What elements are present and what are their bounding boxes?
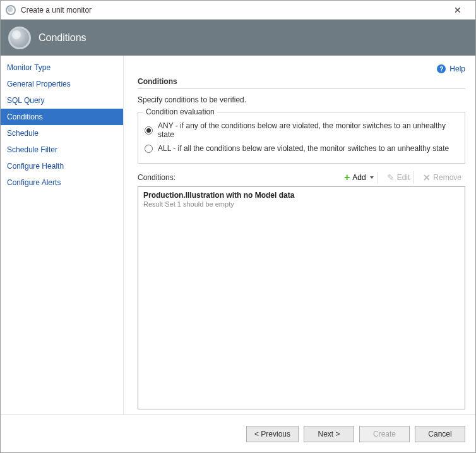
wizard-footer: < Previous Next > Create Cancel [1,414,475,452]
radio-any[interactable] [145,126,153,135]
edit-button[interactable]: ✎ Edit [383,171,415,184]
window-title: Create a unit monitor [21,6,445,15]
sidebar-item[interactable]: Configure Health [1,158,123,174]
radio-any-row[interactable]: ANY - if any of the conditions below are… [145,119,458,142]
radio-all-label: ALL - if all the conditions below are vi… [158,144,449,153]
help-row: ? Help [138,64,465,73]
list-item[interactable]: Production.Illustration with no Model da… [143,191,460,208]
content-panel: ? Help Conditions Specify conditions to … [124,56,475,414]
banner-title: Conditions [39,32,86,44]
sidebar-item[interactable]: Schedule [1,125,123,142]
banner: Conditions [1,20,475,56]
close-button[interactable]: ✕ [445,1,470,19]
radio-all-row[interactable]: ALL - if all the conditions below are vi… [145,142,458,155]
create-button[interactable]: Create [359,426,410,442]
app-icon [6,5,16,15]
sidebar-item[interactable]: Schedule Filter [1,142,123,158]
condition-evaluation-group: Condition evaluation ANY - if any of the… [138,112,465,164]
remove-icon: ✕ [423,172,431,183]
sidebar-item[interactable]: SQL Query [1,92,123,109]
radio-any-label: ANY - if any of the conditions below are… [158,121,458,139]
add-icon: + [344,174,350,181]
wizard-sidebar: Monitor TypeGeneral PropertiesSQL QueryC… [1,56,124,414]
remove-label: Remove [433,173,461,182]
sidebar-item[interactable]: Monitor Type [1,59,123,76]
condition-title: Production.Illustration with no Model da… [143,191,460,200]
help-link[interactable]: Help [449,64,465,73]
instruction-text: Specify conditions to be verified. [138,95,465,104]
add-label: Add [352,173,366,182]
sidebar-item[interactable]: General Properties [1,76,123,92]
conditions-label: Conditions: [138,173,335,182]
help-icon: ? [437,64,446,73]
conditions-toolbar: Conditions: + Add ✎ Edit ✕ Remove [138,171,465,184]
condition-subtitle: Result Set 1 should be empty [143,200,460,208]
edit-label: Edit [397,173,410,182]
sidebar-item[interactable]: Configure Alerts [1,174,123,191]
add-button[interactable]: + Add [340,172,378,183]
close-icon: ✕ [454,5,461,15]
previous-button[interactable]: < Previous [246,426,299,442]
main-area: Monitor TypeGeneral PropertiesSQL QueryC… [1,56,475,414]
banner-icon [8,27,31,49]
chevron-down-icon [370,176,374,179]
next-button[interactable]: Next > [304,426,354,442]
section-title: Conditions [138,77,465,89]
sidebar-item[interactable]: Conditions [1,109,123,125]
conditions-listbox[interactable]: Production.Illustration with no Model da… [138,186,465,409]
title-bar: Create a unit monitor ✕ [1,1,475,20]
remove-button[interactable]: ✕ Remove [419,171,465,184]
edit-icon: ✎ [387,172,395,183]
radio-all[interactable] [145,145,153,153]
cancel-button[interactable]: Cancel [415,426,465,442]
group-legend: Condition evaluation [143,107,217,116]
